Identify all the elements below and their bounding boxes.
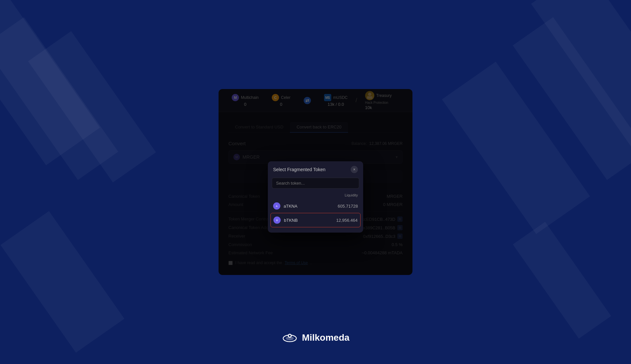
token-row-btknb[interactable]: B bTKNB 12,956.464	[270, 213, 361, 227]
modal-title: Select Fragmented Token	[273, 167, 325, 172]
btknb-liquidity: 12,956.464	[336, 218, 358, 223]
liquidity-column-label: Liquidity	[345, 193, 358, 197]
btknb-name: bTKNB	[284, 218, 336, 223]
atkna-icon: A	[273, 202, 280, 210]
btknb-icon: B	[273, 216, 281, 224]
modal-header: Select Fragmented Token ×	[268, 161, 363, 178]
app-panel: M Multichain 0 C Celer 0 ⇄ M$ mUSDC	[219, 89, 412, 275]
modal-list-header: Liquidity	[268, 191, 363, 199]
atkna-name: aTKNA	[284, 204, 338, 209]
brand-name-label: Milkomeda	[302, 332, 350, 343]
modal-close-button[interactable]: ×	[351, 166, 358, 173]
svg-point-5	[289, 335, 291, 337]
atkna-liquidity: 605.71728	[338, 204, 358, 209]
token-search-input[interactable]	[272, 178, 359, 189]
footer-brand: Milkomeda	[282, 331, 350, 344]
token-row-atkna[interactable]: A aTKNA 605.71728	[268, 199, 363, 213]
milkomeda-logo-icon	[282, 331, 298, 344]
select-fragmented-token-modal: Select Fragmented Token × Liquidity A aT…	[268, 161, 363, 233]
